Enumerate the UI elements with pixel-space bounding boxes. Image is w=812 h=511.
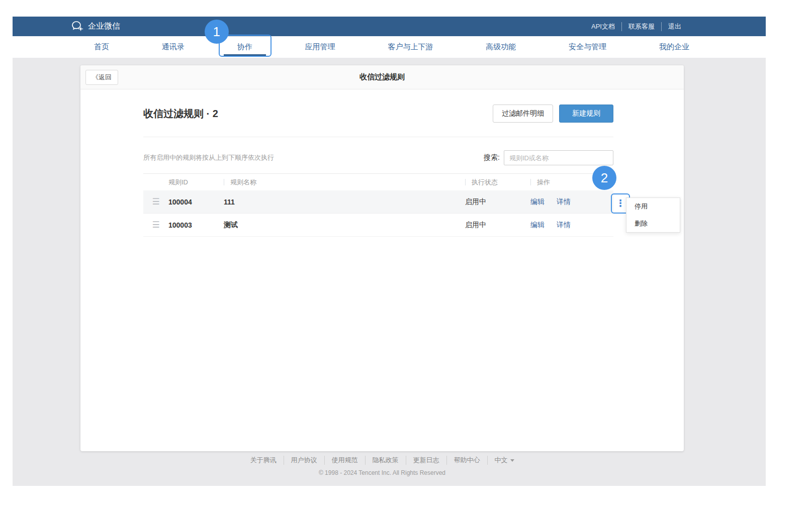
app-logo[interactable]: 企业微信	[71, 21, 120, 32]
rules-order-hint: 所有启用中的规则将按从上到下顺序依次执行	[143, 153, 274, 162]
footer-privacy-policy-link[interactable]: 隐私政策	[366, 456, 406, 465]
card-header: 《返回 收信过滤规则	[80, 65, 684, 89]
logout-link[interactable]: 退出	[661, 22, 688, 31]
drag-handle-icon[interactable]: ☰	[152, 197, 159, 206]
rule-actions-cell: 编辑 详情	[530, 221, 613, 230]
rule-name-cell: 测试	[224, 221, 465, 230]
col-header-rule-id: 规则ID	[168, 178, 224, 187]
tab-home[interactable]: 首页	[93, 37, 110, 57]
footer-links: 关于腾讯 用户协议 使用规范 隐私政策 更新日志 帮助中心 中文	[80, 456, 684, 465]
footer-about-tencent-link[interactable]: 关于腾讯	[243, 456, 284, 465]
section-title: 收信过滤规则 · 2	[143, 107, 218, 121]
rule-id-cell: 100003	[168, 221, 224, 229]
contact-support-link[interactable]: 联系客服	[621, 22, 661, 31]
header-buttons: 过滤邮件明细 新建规则	[493, 105, 613, 123]
tab-customers[interactable]: 客户与上下游	[387, 37, 434, 57]
table-row: ☰ 100004 111 启用中 编辑 详情 ⋮	[143, 190, 613, 214]
logo-text: 企业微信	[88, 21, 120, 32]
top-bar: 企业微信 API文档 联系客服 退出	[13, 17, 766, 36]
row-context-menu: 停用 删除	[626, 197, 680, 233]
more-actions-kebab-icon[interactable]: ⋮	[616, 198, 625, 208]
rule-name-cell: 111	[224, 198, 465, 206]
tab-security-management[interactable]: 安全与管理	[568, 37, 607, 57]
tab-collaboration[interactable]: 协作 1	[236, 37, 253, 57]
annotation-step-2-badge: 2	[592, 166, 616, 190]
page-background: 《返回 收信过滤规则 收信过滤规则 · 2 过滤邮件明细 新建规则 所有启用中的…	[13, 58, 766, 486]
card-body: 收信过滤规则 · 2 过滤邮件明细 新建规则 所有启用中的规则将按从上到下顺序依…	[80, 105, 684, 237]
footer-language-selector[interactable]: 中文	[488, 456, 521, 465]
drag-handle-icon[interactable]: ☰	[152, 221, 159, 229]
api-docs-link[interactable]: API文档	[585, 22, 621, 31]
annotation-step-1-badge: 1	[205, 20, 229, 44]
app-frame: 企业微信 API文档 联系客服 退出 首页 通讯录 协作 1 应用管理 客户与上…	[13, 17, 766, 486]
footer-help-center-link[interactable]: 帮助中心	[447, 456, 488, 465]
edit-link[interactable]: 编辑	[530, 221, 545, 229]
rule-actions-cell: 编辑 详情 ⋮	[530, 197, 613, 207]
table-row: ☰ 100003 测试 启用中 编辑 详情	[143, 214, 613, 237]
col-header-rule-name: 规则名称	[224, 178, 465, 187]
tab-contacts[interactable]: 通讯录	[161, 37, 186, 57]
section-header: 收信过滤规则 · 2 过滤邮件明细 新建规则	[143, 105, 613, 123]
new-rule-button[interactable]: 新建规则	[559, 105, 613, 123]
wecom-bubble-icon	[71, 21, 84, 32]
menu-item-delete[interactable]: 删除	[626, 215, 680, 232]
active-tab-underline	[224, 54, 266, 56]
footer-changelog-link[interactable]: 更新日志	[406, 456, 447, 465]
col-header-status: 执行状态	[465, 178, 530, 187]
rule-id-cell: 100004	[168, 198, 224, 206]
detail-link[interactable]: 详情	[557, 197, 571, 206]
rules-card: 《返回 收信过滤规则 收信过滤规则 · 2 过滤邮件明细 新建规则 所有启用中的…	[80, 65, 684, 451]
tab-collaboration-label: 协作	[237, 42, 252, 51]
section-divider	[143, 137, 613, 137]
rules-table: 规则ID 规则名称 执行状态 操作 ☰ 100004 111 启用中	[143, 173, 613, 237]
edit-link[interactable]: 编辑	[530, 197, 545, 206]
tab-my-company[interactable]: 我的企业	[658, 37, 690, 57]
rule-status-cell: 启用中	[465, 221, 530, 230]
rule-status-cell: 启用中	[465, 197, 530, 207]
footer-usage-rules-link[interactable]: 使用规范	[325, 456, 366, 465]
back-button[interactable]: 《返回	[85, 70, 118, 85]
search-label: 搜索:	[484, 153, 500, 162]
table-header-row: 规则ID 规则名称 执行状态 操作	[143, 173, 613, 190]
caret-down-icon	[510, 459, 514, 462]
menu-item-disable[interactable]: 停用	[626, 198, 680, 215]
tab-app-management[interactable]: 应用管理	[304, 37, 336, 57]
detail-link[interactable]: 详情	[557, 221, 571, 229]
footer-language-label: 中文	[495, 456, 508, 465]
page-title: 收信过滤规则	[80, 72, 684, 82]
tab-advanced-features[interactable]: 高级功能	[485, 37, 517, 57]
main-nav: 首页 通讯录 协作 1 应用管理 客户与上下游 高级功能 安全与管理 我的企业	[13, 36, 766, 58]
search-input[interactable]	[504, 150, 613, 165]
top-links: API文档 联系客服 退出	[585, 22, 688, 31]
page-footer: 关于腾讯 用户协议 使用规范 隐私政策 更新日志 帮助中心 中文 © 1998 …	[80, 456, 684, 476]
search-area: 搜索:	[484, 150, 613, 165]
filtered-mail-detail-button[interactable]: 过滤邮件明细	[493, 105, 553, 123]
row-handle-cell: ☰	[143, 197, 168, 206]
row-handle-cell: ☰	[143, 221, 168, 229]
copyright-text: © 1998 - 2024 Tencent Inc. All Rights Re…	[80, 469, 684, 476]
hint-row: 所有启用中的规则将按从上到下顺序依次执行 搜索:	[143, 150, 613, 165]
footer-user-agreement-link[interactable]: 用户协议	[284, 456, 325, 465]
